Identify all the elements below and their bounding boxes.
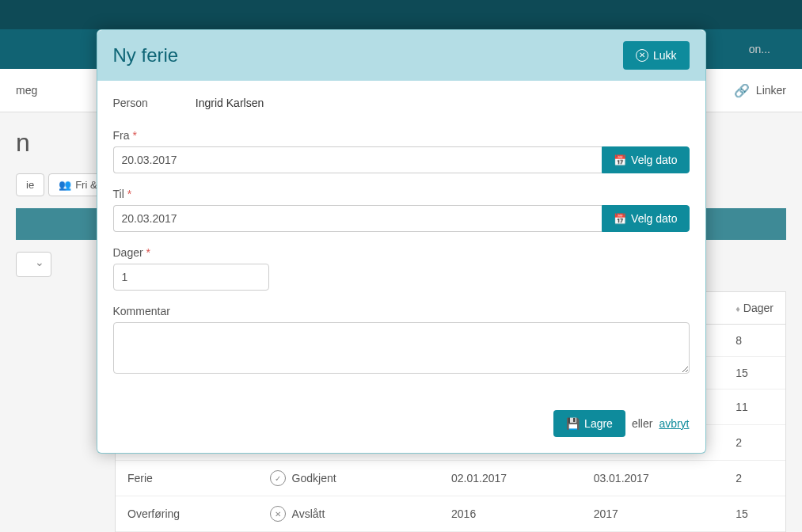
kommentar-row: Kommentar bbox=[113, 305, 690, 376]
required-indicator: * bbox=[132, 129, 136, 142]
required-indicator: * bbox=[127, 188, 131, 200]
modal-body: Person Ingrid Karlsen Fra * 📅 Velg dato bbox=[97, 81, 705, 398]
til-input[interactable] bbox=[113, 205, 602, 232]
til-row: Til * 📅 Velg dato bbox=[113, 188, 690, 232]
new-vacation-modal: Ny ferie ✕ Lukk Person Ingrid Karlsen Fr… bbox=[97, 29, 706, 454]
til-date-picker-button[interactable]: 📅 Velg dato bbox=[602, 205, 689, 232]
close-icon: ✕ bbox=[636, 49, 648, 62]
til-label: Til * bbox=[113, 188, 690, 200]
calendar-icon: 📅 bbox=[614, 154, 626, 166]
fra-label: Fra * bbox=[113, 129, 690, 142]
calendar-icon: 📅 bbox=[614, 213, 626, 225]
modal-header: Ny ferie ✕ Lukk bbox=[97, 30, 705, 81]
fra-row: Fra * 📅 Velg dato bbox=[113, 129, 690, 173]
fra-input[interactable] bbox=[113, 146, 602, 173]
modal-title: Ny ferie bbox=[113, 44, 179, 66]
person-row: Person Ingrid Karlsen bbox=[113, 97, 690, 109]
dager-row: Dager * bbox=[113, 246, 690, 291]
person-label: Person bbox=[113, 97, 148, 109]
til-input-group: 📅 Velg dato bbox=[113, 205, 690, 232]
kommentar-label: Kommentar bbox=[113, 305, 690, 317]
modal-footer: 💾 Lagre eller avbryt bbox=[97, 398, 705, 453]
person-name: Ingrid Karlsen bbox=[196, 97, 264, 109]
fra-date-picker-button[interactable]: 📅 Velg dato bbox=[602, 146, 689, 173]
dager-input[interactable] bbox=[113, 264, 269, 291]
eller-text: eller bbox=[632, 417, 652, 430]
fra-input-group: 📅 Velg dato bbox=[113, 146, 690, 173]
save-icon: 💾 bbox=[566, 417, 580, 430]
dager-label: Dager * bbox=[113, 246, 690, 259]
modal-overlay: Ny ferie ✕ Lukk Person Ingrid Karlsen Fr… bbox=[0, 0, 802, 532]
close-button[interactable]: ✕ Lukk bbox=[623, 41, 690, 70]
save-button[interactable]: 💾 Lagre bbox=[553, 410, 625, 437]
kommentar-textarea[interactable] bbox=[113, 322, 690, 374]
required-indicator: * bbox=[146, 246, 150, 259]
cancel-link[interactable]: avbryt bbox=[659, 417, 689, 430]
